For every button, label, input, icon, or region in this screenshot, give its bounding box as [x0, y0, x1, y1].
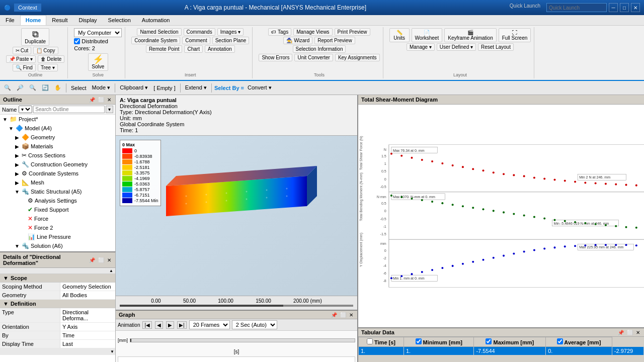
- tree-item-coord-systems[interactable]: ▶ ⚙ Coordinate Systems: [0, 169, 115, 178]
- tree-item-force-2[interactable]: ✕ Force 2: [0, 223, 115, 232]
- coordinate-system-button[interactable]: Coordinate System: [131, 37, 180, 44]
- cut-button[interactable]: ✂ Cut: [13, 47, 32, 54]
- anim-prev-button[interactable]: ◀: [155, 321, 163, 329]
- annotation-button[interactable]: Annotation: [205, 45, 235, 53]
- details-pin-button[interactable]: 📌: [88, 257, 96, 263]
- manage-button[interactable]: Manage ▾: [407, 43, 435, 51]
- wizard-button[interactable]: 🧙 Wizard: [283, 37, 312, 44]
- tree-item-line-pressure[interactable]: 📊 Line Pressure: [0, 232, 115, 241]
- manage-views-button[interactable]: Manage Views: [293, 28, 332, 36]
- graph-float-button[interactable]: ⬜: [339, 312, 347, 318]
- tree-button[interactable]: Tree ▾: [38, 64, 58, 71]
- solve-button[interactable]: ⚡ Solve: [88, 53, 108, 71]
- anim-start-button[interactable]: |◀: [142, 321, 152, 329]
- tabular-float-button[interactable]: ⬜: [626, 330, 634, 335]
- key-assignments-button[interactable]: Key Assignments: [335, 54, 380, 61]
- rotate-button[interactable]: 🔄: [40, 83, 51, 92]
- quick-launch-input[interactable]: [546, 3, 607, 12]
- report-preview-button[interactable]: Report Preview: [314, 37, 355, 44]
- duplicate-button[interactable]: ⧉ Duplicate: [21, 28, 49, 46]
- print-preview-button[interactable]: Print Preview: [335, 28, 370, 36]
- frames-select[interactable]: 20 Frames: [189, 320, 230, 329]
- viewport[interactable]: 0 Max 0 -0.83938 -1.6788 -2.5181 -3.3575…: [116, 136, 357, 296]
- pan-button[interactable]: ✋: [52, 83, 63, 92]
- details-float-button[interactable]: ⬜: [97, 257, 105, 263]
- computer-select[interactable]: My Computer: [74, 28, 122, 37]
- tree-item-project[interactable]: ▼ 📁 Project*: [0, 115, 115, 124]
- col-max-check[interactable]: [486, 338, 492, 344]
- fullscreen-button[interactable]: ⛶Full Screen: [499, 28, 531, 42]
- chart-button[interactable]: Chart: [184, 45, 202, 53]
- minimize-button[interactable]: ─: [609, 3, 618, 12]
- search-btn[interactable]: ▾: [106, 106, 113, 113]
- copy-button[interactable]: 📋 Copy: [33, 47, 58, 54]
- extend-button[interactable]: Extend ▾: [183, 83, 209, 92]
- zoom-out-button[interactable]: 🔍: [27, 83, 38, 92]
- paste-button[interactable]: 📌 Paste ▾: [6, 55, 36, 63]
- tree-item-static-structural[interactable]: ▼ 🔩 Static Structural (A5): [0, 187, 115, 196]
- tree-item-construction[interactable]: ▶ 🔧 Construction Geometry: [0, 160, 115, 169]
- distributed-checkbox[interactable]: [74, 38, 80, 44]
- empty-button[interactable]: [ Empty ]: [151, 84, 177, 92]
- table-row[interactable]: 1. 1. -7.5544 0. -2.9729: [359, 347, 644, 355]
- tabular-pin-button[interactable]: 📌: [617, 330, 625, 335]
- anim-next-button[interactable]: ▶|: [177, 321, 187, 329]
- maximize-button[interactable]: □: [620, 3, 629, 12]
- reset-layout-button[interactable]: Reset Layout: [478, 43, 514, 51]
- tab-home[interactable]: Home: [20, 15, 47, 25]
- unit-converter-button[interactable]: Unit Converter: [294, 54, 333, 61]
- comment-button[interactable]: Comment: [182, 37, 210, 44]
- col-min-check[interactable]: [416, 338, 422, 344]
- tags-button[interactable]: 🏷 Tags: [268, 28, 291, 36]
- outline-float-button[interactable]: ⬜: [97, 97, 105, 103]
- remote-point-button[interactable]: Remote Point: [146, 45, 183, 53]
- outline-close-button[interactable]: ✕: [106, 97, 112, 103]
- units-button[interactable]: 📏Units: [389, 28, 410, 42]
- search-input[interactable]: [33, 106, 105, 113]
- tree-item-model[interactable]: ▼ 🔷 Model (A4): [0, 124, 115, 133]
- selection-info-button[interactable]: Selection Information: [293, 45, 346, 53]
- show-errors-button[interactable]: Show Errors: [259, 54, 292, 61]
- timeline-scrollbar[interactable]: [118, 356, 355, 362]
- tree-item-analysis-settings[interactable]: ⚙ Analysis Settings: [0, 196, 115, 205]
- tab-file[interactable]: File: [0, 15, 20, 25]
- zoom-fit-button[interactable]: 🔍: [2, 83, 13, 92]
- tab-display[interactable]: Display: [73, 15, 102, 25]
- graph-close-button[interactable]: ✕: [348, 312, 354, 318]
- delete-button[interactable]: 🗑 Delete: [38, 55, 64, 63]
- zoom-in-button[interactable]: 🔎: [15, 83, 26, 92]
- graph-pin-button[interactable]: 📌: [330, 312, 338, 318]
- name-filter[interactable]: ▾: [19, 106, 32, 113]
- user-defined-button[interactable]: User Defined ▾: [437, 43, 476, 51]
- tab-selection[interactable]: Selection: [103, 15, 136, 25]
- tab-result[interactable]: Result: [46, 15, 73, 25]
- clipboard-button[interactable]: Clipboard ▾: [118, 83, 150, 92]
- close-button[interactable]: ✕: [631, 3, 640, 12]
- outline-pin-button[interactable]: 📌: [88, 97, 96, 103]
- tree-item-materials[interactable]: ▶ 📦 Materials: [0, 142, 115, 151]
- tree-item-force[interactable]: ✕ Force: [0, 214, 115, 223]
- find-button[interactable]: 🔍 Find: [13, 64, 35, 71]
- worksheet-button[interactable]: 📄Worksheet: [412, 28, 443, 42]
- convert-button[interactable]: Convert ▾: [246, 83, 274, 92]
- time-select[interactable]: 2 Sec (Auto): [232, 320, 277, 329]
- scroll-down-button[interactable]: ▼: [110, 349, 114, 354]
- named-selection-button[interactable]: Named Selection: [137, 28, 181, 36]
- section-plane-button[interactable]: Section Plane: [212, 37, 250, 44]
- anim-play-button[interactable]: ▶: [166, 321, 174, 329]
- tree-item-fixed-support[interactable]: ✔ Fixed Support: [0, 205, 115, 214]
- col-avg-check[interactable]: [557, 338, 563, 344]
- commands-button[interactable]: Commands: [184, 28, 215, 36]
- tree-item-mesh[interactable]: ▶ 📐 Mesh: [0, 178, 115, 187]
- tree-item-cross-sections[interactable]: ▶ ✂ Cross Sections: [0, 151, 115, 160]
- select-button[interactable]: Select: [69, 84, 89, 92]
- tabular-close-button[interactable]: ✕: [635, 330, 641, 335]
- images-button[interactable]: Images ▾: [217, 28, 244, 36]
- details-close-button[interactable]: ✕: [106, 257, 112, 263]
- keyframe-button[interactable]: 🎬Keyframe Animation: [444, 28, 497, 42]
- tab-automation[interactable]: Automation: [136, 15, 176, 25]
- scroll-up-button[interactable]: ▲: [109, 268, 113, 273]
- mode-button[interactable]: Mode ▾: [90, 83, 113, 92]
- tree-item-solution[interactable]: ▼ 🔩 Solution (A6): [0, 241, 115, 250]
- tree-item-geometry[interactable]: ▶ 🔶 Geometry: [0, 133, 115, 142]
